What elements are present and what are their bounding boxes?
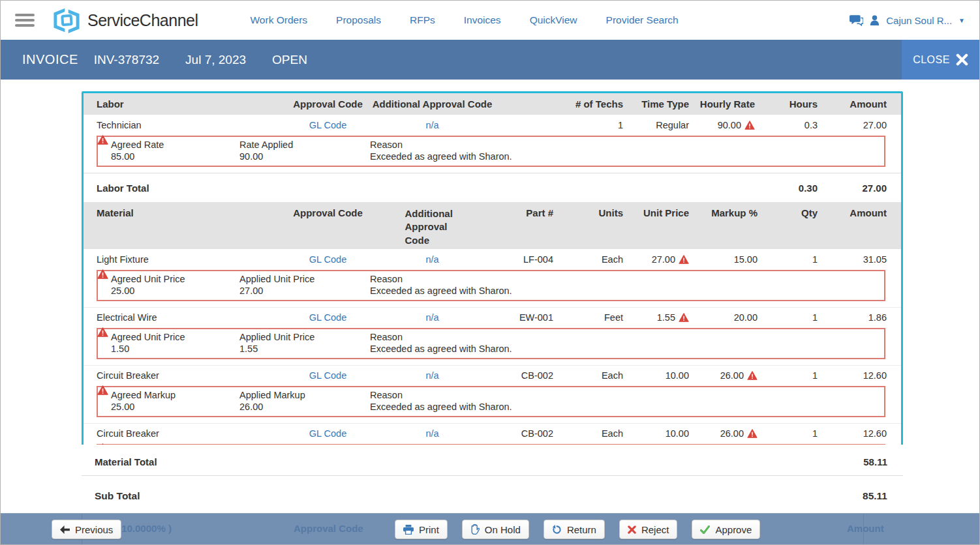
labor-additional-code-link[interactable]: n/a [425,120,438,130]
material-amount: 12.60 [818,370,887,381]
material-amount: 12.60 [818,428,887,439]
previous-button-label: Previous [75,524,113,535]
violation-reason-label: Reason [370,273,878,284]
return-button[interactable]: Return [544,520,605,539]
print-icon [403,525,414,535]
material-item-name: Light Fixture [97,254,287,265]
material-gl-code-link[interactable]: GL Code [309,428,347,439]
violation-warning-icon [97,269,108,279]
print-button-label: Print [419,524,439,535]
ghost-amount: Amount [847,523,884,534]
nav-quickview[interactable]: QuickView [530,14,577,26]
material-unit-price: 10.00 [623,428,689,439]
previous-button[interactable]: Previous [52,520,121,539]
nav-provider-search[interactable]: Provider Search [606,14,679,26]
col-amount: Amount [818,98,887,110]
violation-reason-text: Exceeded as agreed with Sharon. [370,400,878,412]
violation-reason-text: Exceeded as agreed with Sharon. [370,284,878,296]
violation-label2: Applied Unit Price [239,331,370,342]
reject-button-label: Reject [641,524,669,535]
violation-label1: Agreed Markup [111,389,239,400]
servicechannel-logo-icon [52,7,82,33]
labor-total-row: Labor Total 0.30 27.00 [84,173,901,202]
material-qty: 1 [758,312,818,323]
invoice-title-bar: INVOICE INV-378732 Jul 7, 2023 OPEN CLOS… [1,40,979,80]
reject-x-icon [628,525,636,534]
material-additional-code-link[interactable]: n/a [425,428,438,439]
material-gl-code-link[interactable]: GL Code [309,370,347,381]
col-amount: Amount [818,207,887,218]
approve-button[interactable]: Approve [692,520,760,539]
nav-proposals[interactable]: Proposals [336,14,381,26]
material-markup: 26.00 [689,370,758,381]
material-unit-price-value: 10.00 [666,428,689,439]
nav-rfps[interactable]: RFPs [410,14,435,26]
violation-value2: 1.55 [239,342,370,354]
on-hold-button[interactable]: On Hold [462,520,529,539]
material-item-row: Electrical Wire GL Code n/a EW-001 Feet … [84,307,901,327]
sub-total-amount: 85.11 [863,490,887,502]
material-total-amount: 58.11 [863,456,887,467]
account-caret-icon[interactable]: ▼ [958,17,965,24]
col-units: Units [553,207,623,218]
top-navigation-bar: ServiceChannel Work Orders Proposals RFP… [1,1,979,40]
labor-gl-code-link[interactable]: GL Code [309,120,347,130]
labor-total-label: Labor Total [97,183,287,194]
violation-label1: Agreed Rate [111,139,239,150]
violation-value1: 25.00 [111,284,239,296]
material-additional-code-link[interactable]: n/a [425,254,438,265]
violation-label2: Rate Applied [239,139,370,150]
material-additional-code-link[interactable]: n/a [425,370,438,381]
print-button[interactable]: Print [395,520,448,539]
violation-warning-icon [97,327,108,337]
col-material: Material [97,207,287,218]
col-hourly-rate: Hourly Rate [689,98,755,110]
material-item-name: Circuit Breaker [97,428,287,439]
labor-total-hours: 0.30 [755,183,818,194]
hamburger-menu-icon[interactable] [15,11,35,29]
return-icon [552,525,562,535]
material-markup-value: 15.00 [734,254,758,265]
invoice-line-items-table: Labor Approval Code Additional Approval … [82,91,903,480]
chat-icon[interactable] [850,14,863,26]
user-icon[interactable] [870,15,880,25]
material-markup-value: 26.00 [720,428,744,439]
sub-total-row: Sub Total 85.11 [82,479,903,512]
ghost-approval-code: Approval Code [294,523,363,534]
close-button[interactable]: CLOSE [902,40,979,80]
col-time-type: Time Type [623,98,689,110]
material-qty: 1 [758,428,818,439]
violation-value2: 27.00 [239,284,370,296]
violation-label2: Applied Unit Price [239,273,370,284]
servicechannel-logo: ServiceChannel [52,7,198,33]
material-markup: 15.00 [689,254,758,265]
labor-hourly-rate-value: 90.00 [718,120,741,130]
markup-warning-icon [747,371,758,380]
violation-label2: Applied Markup [239,389,370,400]
ghost-tax-rate: ( 10.0000% ) [115,523,172,534]
col-hours: Hours [755,98,818,110]
material-markup: 26.00 [689,428,758,439]
material-additional-code-link[interactable]: n/a [425,312,438,323]
material-violation-box: Agreed Markup Applied Markup Reason 25.0… [97,386,885,417]
material-unit-price-value: 27.00 [652,254,675,265]
material-gl-code-link[interactable]: GL Code [309,254,347,265]
col-num-techs: # of Techs [496,98,623,110]
violation-reason-text: Exceeded as agreed with Sharon. [370,342,878,354]
material-gl-code-link[interactable]: GL Code [309,312,347,323]
on-hold-button-label: On Hold [485,524,521,535]
material-violation-box: Agreed Unit Price Applied Unit Price Rea… [97,328,885,359]
close-icon [956,53,968,66]
violation-label1: Agreed Unit Price [111,331,239,342]
main-nav: Work Orders Proposals RFPs Invoices Quic… [251,14,679,26]
nav-work-orders[interactable]: Work Orders [251,14,308,26]
return-button-label: Return [567,524,596,535]
col-approval-code: Approval Code [287,207,369,218]
account-name[interactable]: Cajun Soul R... [886,15,952,26]
labor-item-row: Technician GL Code n/a 1 Regular 90.00 0… [84,115,901,135]
material-units: Each [553,428,623,439]
nav-invoices[interactable]: Invoices [464,14,501,26]
material-violation-box: Agreed Unit Price Applied Unit Price Rea… [97,270,885,301]
violation-label1: Agreed Unit Price [111,273,239,284]
reject-button[interactable]: Reject [619,520,678,539]
